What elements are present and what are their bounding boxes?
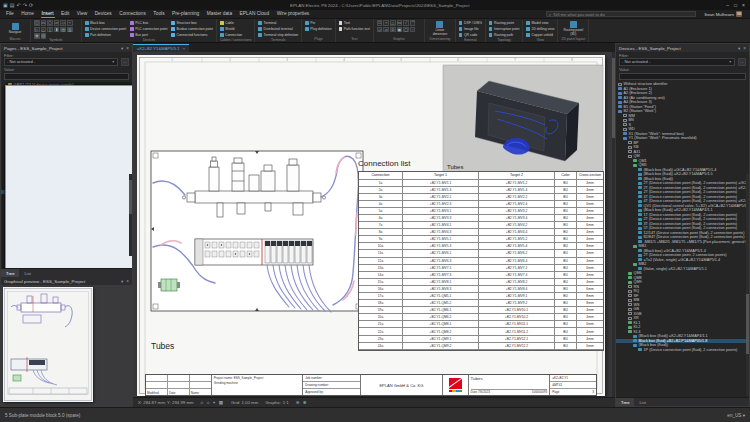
connection-row[interactable]: 21a +B2.Y1-QM8.1 +B2.Y1-MV11.1 BU 6mm [359,321,603,328]
window-control-icon[interactable]: □ [734,2,737,8]
graphic-shape-icon[interactable]: □ [377,20,383,26]
symbol-icon[interactable]: ▤ [60,27,66,33]
connection-row[interactable]: 12a +B2.Y1-MV6.3 +B2.Y1-MV6.4 BU 4mm [359,258,603,265]
symbol-icon[interactable]: ◇ [60,20,66,26]
graphic-shape-icon[interactable]: ◦ [410,27,416,33]
panel-pin-icon[interactable]: ▾ [738,46,740,51]
connection-row[interactable]: 23a +B2.Y1-QM9.1 +B2.Y1-MV12.1 BU 4mm [359,336,603,343]
panel-pin-icon[interactable]: ▾ [121,46,123,51]
graphic-shape-icon[interactable]: ▣ [397,27,403,33]
connection-row[interactable]: 4a +B2.Y1-MV2.3 +B2.Y1-MV2.4 BU 6mm [359,201,603,208]
graphic-shape-icon[interactable]: △ [390,20,396,26]
page-tree-item[interactable]: 8 Sub-plate module block 8.0 (spare) [1,199,132,204]
symbol-icon[interactable]: ◻ [47,20,53,26]
quick-access-icon[interactable]: ↷ [23,2,27,8]
menu-tab[interactable]: Wire properties [276,10,311,18]
ribbon-item[interactable]: Plug definition [305,26,331,32]
linear-dimension-button[interactable]: Linear dimension [428,21,452,36]
pages-tree-scrollbar[interactable] [129,174,132,256]
panel-pin-icon[interactable]: ▾ [121,279,123,284]
connection-row[interactable]: 1a +B2.Y1-MV1.1 +B2.Y1-MV1.2 BU 4mm [359,180,603,187]
window-control-icon[interactable]: – [726,2,729,8]
zoom-icons[interactable]: ⊖ ⊕ [296,400,308,405]
connection-row[interactable]: 10a +B2.Y1-MV5.3 +B2.Y1-MV5.4 BU 8mm [359,243,603,250]
connection-row[interactable]: 22a +B2.Y1-QM8.2 +B2.Y1-MV11.2 BU 4mm [359,328,603,335]
symbol-icon[interactable]: ▯ [47,27,53,33]
window-control-icon[interactable]: × [742,2,745,8]
value-input[interactable] [4,73,129,81]
symbol-icon[interactable]: ▷ [34,27,40,33]
panel-close-icon[interactable]: × [126,279,129,284]
symbol-icon[interactable]: ▥ [67,27,73,33]
menu-tab[interactable]: Connections [118,10,147,18]
panel-close-icon[interactable]: × [126,46,129,51]
connection-row[interactable]: 7a +B2.Y1-MV4.1 +B2.Y1-MV4.2 BU 6mm [359,222,603,229]
connection-row[interactable]: 11a +B2.Y1-MV6.1 +B2.Y1-MV6.2 BU 4mm [359,250,603,257]
drawing-canvas[interactable]: 123 456 78 [133,52,615,397]
connection-row[interactable]: 19a +B2.Y1-QM6.1 +B2.Y1-MV10.1 BU 4mm [359,307,603,314]
menu-tab[interactable]: Home [20,10,35,18]
menu-tab[interactable]: Devices [94,10,113,18]
tab-close-icon[interactable]: × [183,46,185,51]
home-view-icons[interactable]: ⌂ ⌂ + ▦ [201,400,224,405]
graphic-shape-icon[interactable]: ▢ [403,27,409,33]
symbol-icon[interactable]: ▱ [54,20,60,26]
drawing-page[interactable]: 123 456 78 [137,55,605,396]
language-selector[interactable]: en_US ▾ [727,413,745,418]
value-input[interactable] [619,73,746,81]
menu-tab[interactable]: Insert [41,10,55,18]
menu-tab[interactable]: Pre-planning [171,10,200,18]
graphic-shape-icon[interactable]: ⊙ [390,27,396,33]
graphic-shape-icon[interactable]: ∕ [403,20,409,26]
connection-row[interactable]: 16a +B2.Y1-MV8.3 +B2.Y1-MV8.4 BU 6mm [359,286,603,293]
connection-row[interactable]: 8a +B2.Y1-MV4.3 +B2.Y1-MV4.4 BU 4mm [359,229,603,236]
graphic-shape-icon[interactable]: ◇ [377,27,383,33]
menu-tab[interactable]: File [5,10,15,18]
quick-access-icon[interactable]: ▣ [3,2,8,8]
menu-tab[interactable]: View [76,10,88,18]
device-tree-item[interactable]: 1P (Device connection point (fluid), 2 c… [616,348,749,353]
menu-tab[interactable]: Master data [206,10,233,18]
user-account[interactable]: Sean Mulhearn SM [701,11,745,17]
connection-row[interactable]: 20a +B2.Y1-QM6.2 +B2.Y1-MV10.2 BU 4mm [359,314,603,321]
symbol-icon[interactable]: △ [41,27,47,33]
connection-row[interactable]: 5a +B2.Y1-MV3.1 +B2.Y1-MV3.2 BU 4mm [359,208,603,215]
graphic-shape-icon[interactable]: ▱ [383,27,389,33]
menu-tab[interactable]: Edit [60,10,70,18]
view-tab[interactable]: Tree [1,269,19,277]
connection-row[interactable]: 24a +B2.Y1-QM9.2 +B2.Y1-MV12.2 BU 6mm [359,343,603,350]
symbol-icon[interactable]: ▮ [54,27,60,33]
connection-row[interactable]: 14a +B2.Y1-MV7.3 +B2.Y1-MV7.4 BU 4mm [359,272,603,279]
devices-tree-scrollbar[interactable] [746,174,749,396]
command-search[interactable]: ⌕ Tell me what you want to do [546,11,696,18]
routing-panel-button[interactable]: Routing panel (3D) [561,21,585,36]
grid-setting[interactable]: Grid: 1.00 mm [231,400,258,405]
connection-row[interactable]: 3a +B2.Y1-MV2.1 +B2.Y1-MV2.2 BU 6mm [359,194,603,201]
connection-row[interactable]: 17a +B2.Y1-QM5.1 +B2.Y1-MV9.1 BU 8mm [359,293,603,300]
menu-tab[interactable]: Tools [152,10,165,18]
preview-page[interactable] [3,287,93,402]
ribbon-item[interactable]: Path function text [339,26,370,32]
graphic-shape-icon[interactable]: ⌒ [410,20,416,26]
filter-dropdown[interactable]: - Not activated - ▼ [619,58,735,66]
navigate-button[interactable]: Navigate [3,23,27,34]
filter-more-button[interactable]: ... [738,58,746,66]
connection-row[interactable]: 2a +B2.Y1-MV1.3 +B2.Y1-MV1.4 BU 4mm [359,187,603,194]
symbol-icon[interactable]: ▭ [41,20,47,26]
filter-dropdown[interactable]: - Not activated - ▼ [4,58,118,66]
view-tab[interactable]: List [634,398,651,406]
connection-row[interactable]: 18a +B2.Y1-QM5.2 +B2.Y1-MV9.2 BU 8mm [359,300,603,307]
graphic-scale[interactable]: Graphic: 1:1 [265,400,288,405]
graphic-shape-icon[interactable]: ○ [383,20,389,26]
quick-access-icon[interactable]: ▤ [10,2,15,8]
connection-row[interactable]: 13a +B2.Y1-MV7.1 +B2.Y1-MV7.2 BU 6mm [359,265,603,272]
view-tab[interactable]: Tree [616,398,634,406]
quick-access-icon[interactable]: ↶ [16,2,20,8]
view-tab[interactable]: List [19,269,36,277]
connection-row[interactable]: 6a +B2.Y1-MV3.3 +B2.Y1-MV3.4 BU 4mm [359,215,603,222]
connection-row[interactable]: 15a +B2.Y1-MV8.1 +B2.Y1-MV8.2 BU 4mm [359,279,603,286]
graphic-shape-icon[interactable]: ▭ [397,20,403,26]
symbol-icon[interactable]: ◫ [34,20,40,26]
filter-more-button[interactable]: ... [121,58,129,66]
document-tab[interactable]: =K2+B2.Y1&MAP5/5.1 × [133,44,189,52]
